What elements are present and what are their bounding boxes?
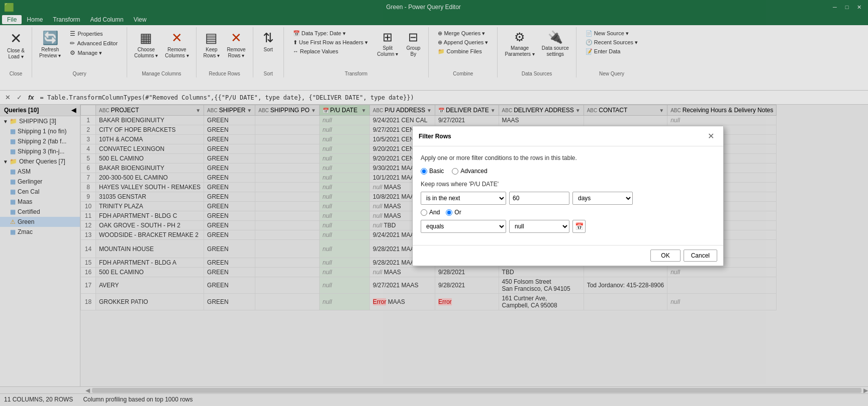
ok-button[interactable]: OK bbox=[650, 250, 680, 262]
dialog-close-button[interactable]: ✕ bbox=[705, 130, 717, 142]
and-radio[interactable] bbox=[421, 209, 427, 216]
condition2-value-select[interactable]: null bbox=[509, 220, 569, 233]
dialog-overlay: Filter Rows ✕ Apply one or more filter c… bbox=[0, 0, 868, 406]
dialog-footer: OK Cancel bbox=[413, 245, 723, 266]
basic-mode-label: Basic bbox=[429, 168, 444, 175]
advanced-radio[interactable] bbox=[452, 168, 458, 175]
condition1-unit-select[interactable]: days bbox=[572, 192, 633, 205]
advanced-radio-label[interactable]: Advanced bbox=[452, 168, 487, 175]
dialog-description: Apply one or more filter conditions to t… bbox=[421, 154, 715, 161]
and-label: And bbox=[429, 209, 440, 216]
cancel-button[interactable]: Cancel bbox=[684, 250, 717, 262]
mode-radio-group: Basic Advanced bbox=[421, 168, 715, 175]
condition1-operator-select[interactable]: is in the next bbox=[421, 192, 506, 205]
basic-radio-label[interactable]: Basic bbox=[421, 168, 444, 175]
filter-row-1: is in the next days bbox=[421, 192, 715, 205]
filter-row-2: equals null 📅 bbox=[421, 220, 715, 233]
condition2-operator-select[interactable]: equals bbox=[421, 220, 506, 233]
dialog-titlebar: Filter Rows ✕ bbox=[413, 126, 723, 146]
or-label: Or bbox=[454, 209, 461, 216]
dialog-body: Apply one or more filter conditions to t… bbox=[413, 146, 723, 245]
dialog-title: Filter Rows bbox=[419, 133, 451, 140]
or-radio-label[interactable]: Or bbox=[446, 209, 461, 216]
filter-rows-dialog: Filter Rows ✕ Apply one or more filter c… bbox=[412, 126, 724, 266]
advanced-mode-label: Advanced bbox=[460, 168, 487, 175]
filter-operator-row: And Or bbox=[421, 209, 715, 216]
keep-rows-label: Keep rows where 'P/U DATE' bbox=[421, 181, 715, 188]
condition1-value-input[interactable] bbox=[509, 192, 569, 205]
and-radio-label[interactable]: And bbox=[421, 209, 440, 216]
calendar-picker-icon[interactable]: 📅 bbox=[572, 220, 586, 233]
or-radio[interactable] bbox=[446, 209, 452, 216]
basic-radio[interactable] bbox=[421, 168, 427, 175]
